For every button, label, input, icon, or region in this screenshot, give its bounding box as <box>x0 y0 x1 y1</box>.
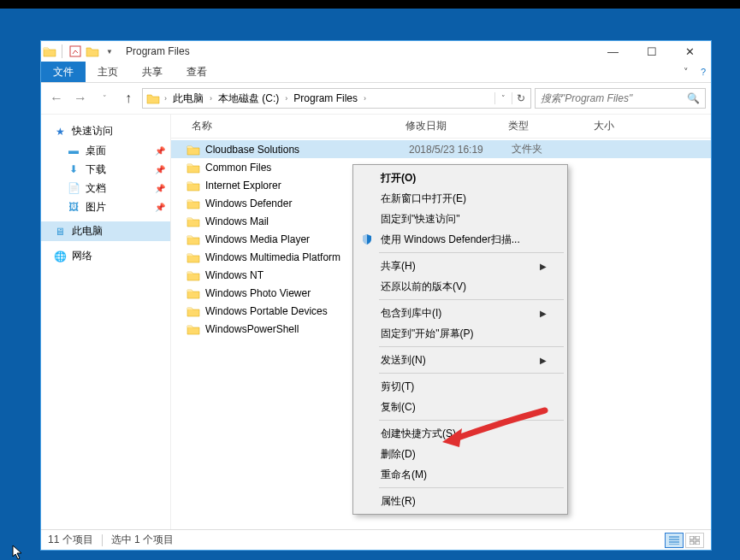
ctx-rename[interactable]: 重命名(M) <box>355 464 565 485</box>
folder-icon <box>186 180 200 192</box>
nav-recent-button[interactable]: ˅ <box>94 88 115 109</box>
address-history-button[interactable]: ˅ <box>494 92 512 104</box>
svg-rect-1 <box>690 536 694 539</box>
document-icon: 📄 <box>67 181 80 195</box>
breadcrumb-drive[interactable]: 本地磁盘 (C:) <box>215 89 282 108</box>
folder-icon <box>186 233 200 245</box>
folder-icon <box>186 162 200 174</box>
address-row: ← → ˅ ↑ › 此电脑 › 本地磁盘 (C:) › Program File… <box>41 83 711 114</box>
nav-this-pc[interactable]: 🖥 此电脑 <box>41 221 170 241</box>
folder-icon <box>186 323 200 335</box>
nav-network[interactable]: 🌐 网络 <box>41 246 170 266</box>
column-type[interactable]: 类型 <box>503 119 589 133</box>
pin-icon: 📌 <box>155 184 165 193</box>
view-icons-button[interactable] <box>685 533 704 548</box>
status-count: 11 个项目 <box>48 533 93 547</box>
column-date[interactable]: 修改日期 <box>400 119 503 133</box>
chevron-right-icon: ▶ <box>540 262 547 271</box>
computer-icon: 🖥 <box>53 225 67 239</box>
address-refresh-button[interactable]: ↻ <box>512 92 529 104</box>
nav-item-desktop[interactable]: ▬ 桌面📌 <box>41 141 170 160</box>
ctx-pin-quick-access[interactable]: 固定到"快速访问" <box>355 209 565 229</box>
qat-properties-icon[interactable] <box>68 44 83 59</box>
address-bar[interactable]: › 此电脑 › 本地磁盘 (C:) › Program Files › ˅ ↻ <box>142 88 531 109</box>
ctx-open[interactable]: 打开(O) <box>355 168 565 188</box>
chevron-right-icon: ▶ <box>540 309 547 318</box>
ribbon-tab-view[interactable]: 查看 <box>175 62 219 82</box>
column-size[interactable]: 大小 <box>589 119 648 133</box>
svg-rect-3 <box>690 541 694 545</box>
column-headers: 名称 修改日期 类型 大小 <box>171 115 711 139</box>
folder-icon <box>186 144 200 156</box>
column-name[interactable]: 名称 <box>186 119 400 133</box>
shield-icon <box>360 233 374 246</box>
ribbon-tab-share[interactable]: 共享 <box>130 62 175 82</box>
pin-icon: 📌 <box>155 203 165 212</box>
ctx-defender-scan[interactable]: 使用 Windows Defender扫描... <box>355 229 565 250</box>
ribbon-tab-home[interactable]: 主页 <box>86 62 130 82</box>
folder-icon <box>186 269 200 281</box>
star-icon: ★ <box>53 125 67 139</box>
ribbon-tabs: 文件 主页 共享 查看 ˅ ? <box>41 62 711 83</box>
search-input[interactable] <box>541 92 687 104</box>
search-box[interactable]: 🔍 <box>535 88 706 109</box>
folder-icon <box>186 251 200 263</box>
ribbon-help-icon[interactable]: ? <box>701 67 706 77</box>
breadcrumb-folder[interactable]: Program Files <box>290 89 361 108</box>
breadcrumb-root[interactable]: 此电脑 <box>169 89 207 108</box>
chevron-right-icon[interactable]: › <box>282 94 290 103</box>
ctx-copy[interactable]: 复制(C) <box>355 397 565 417</box>
context-menu: 打开(O) 在新窗口中打开(E) 固定到"快速访问" 使用 Windows De… <box>352 164 568 515</box>
nav-forward-button: → <box>70 88 91 109</box>
ctx-include-library[interactable]: 包含到库中(I)▶ <box>355 303 565 323</box>
ctx-create-shortcut[interactable]: 创建快捷方式(S) <box>355 423 565 444</box>
nav-up-button[interactable]: ↑ <box>118 88 139 109</box>
qat-dropdown-icon[interactable]: ▼ <box>102 44 117 59</box>
nav-item-documents[interactable]: 📄 文档📌 <box>41 179 170 197</box>
pin-icon: 📌 <box>155 146 165 156</box>
ribbon-expand-icon[interactable]: ˅ <box>684 67 689 78</box>
navigation-pane: ★ 快速访问 ▬ 桌面📌 ⬇ 下载📌 📄 文档📌 🖼 图片📌 <box>41 115 171 529</box>
ctx-properties[interactable]: 属性(R) <box>355 491 565 511</box>
status-bar: 11 个项目 选中 1 个项目 <box>41 529 711 550</box>
svg-rect-2 <box>696 536 700 539</box>
ctx-open-new-window[interactable]: 在新窗口中打开(E) <box>355 188 565 209</box>
ctx-share[interactable]: 共享(H)▶ <box>355 256 565 276</box>
chevron-right-icon[interactable]: › <box>207 94 215 103</box>
titlebar[interactable]: ▼ Program Files — ☐ ✕ <box>41 41 711 62</box>
ctx-delete[interactable]: 删除(D) <box>355 444 565 464</box>
chevron-right-icon[interactable]: › <box>162 94 169 103</box>
maximize-button[interactable]: ☐ <box>632 42 671 61</box>
cursor-icon <box>12 545 24 560</box>
file-date: 2018/5/23 16:19 <box>409 144 512 156</box>
minimize-button[interactable]: — <box>594 42 632 61</box>
nav-item-downloads[interactable]: ⬇ 下载📌 <box>41 160 170 179</box>
search-icon[interactable]: 🔍 <box>687 92 700 104</box>
file-name: Cloudbase Solutions <box>205 144 409 156</box>
nav-back-button[interactable]: ← <box>46 88 67 109</box>
close-button[interactable]: ✕ <box>671 42 709 61</box>
ctx-cut[interactable]: 剪切(T) <box>355 376 565 397</box>
nav-quick-access[interactable]: ★ 快速访问 <box>41 121 170 141</box>
folder-icon <box>186 305 200 317</box>
folder-icon <box>186 287 200 299</box>
nav-item-pictures[interactable]: 🖼 图片📌 <box>41 197 170 216</box>
ctx-pin-start[interactable]: 固定到"开始"屏幕(P) <box>355 323 565 344</box>
qat-newfolder-icon[interactable] <box>85 44 100 59</box>
desktop-icon: ▬ <box>67 144 80 157</box>
window-title: Program Files <box>126 45 190 57</box>
chevron-right-icon[interactable]: › <box>361 94 369 103</box>
folder-icon <box>186 197 200 209</box>
ctx-restore-versions[interactable]: 还原以前的版本(V) <box>355 276 565 297</box>
pin-icon: 📌 <box>155 165 165 174</box>
file-row[interactable]: Cloudbase Solutions2018/5/23 16:19文件夹 <box>171 140 711 158</box>
status-selected: 选中 1 个项目 <box>111 533 174 547</box>
ribbon-tab-file[interactable]: 文件 <box>41 62 86 82</box>
ctx-send-to[interactable]: 发送到(N)▶ <box>355 350 565 370</box>
pictures-icon: 🖼 <box>67 200 80 214</box>
svg-rect-4 <box>696 541 700 545</box>
file-type: 文件夹 <box>512 142 597 156</box>
window-folder-icon <box>43 45 56 57</box>
view-details-button[interactable] <box>665 533 684 548</box>
svg-rect-0 <box>70 46 80 56</box>
